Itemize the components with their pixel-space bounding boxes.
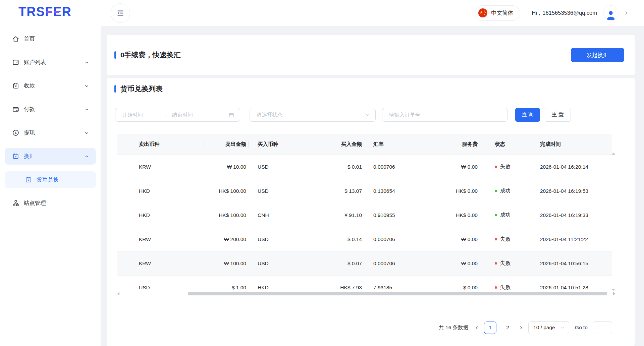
table-row[interactable]: KRW ₩ 200.00 USD $ 0.14 0.000706 ₩ 0.00 … <box>117 227 612 251</box>
sidebar: 首页 账户列表 ¥ 收款 付款 <box>0 26 101 346</box>
cell-buy-amount: $ 0.01 <box>292 155 364 179</box>
table-row[interactable]: KRW ₩ 10.00 USD $ 0.01 0.000706 ₩ 0.00 失… <box>117 155 612 179</box>
language-selector[interactable]: ★★★★ 中文简体 <box>475 5 520 21</box>
order-number-input[interactable] <box>389 112 502 118</box>
logo-accent-bar-e <box>54 11 59 13</box>
page-size-select[interactable]: 10 / page <box>528 321 569 334</box>
cell-buy-currency: USD <box>248 251 292 275</box>
col-sell-currency: 卖出币种 <box>117 134 205 155</box>
cell-fee: ₩ 0.00 <box>433 227 480 251</box>
sidebar-item-label: 收款 <box>24 82 84 90</box>
table-row[interactable]: HKD HK$ 100.00 USD $ 13.07 0.130654 HK$ … <box>117 179 612 203</box>
svg-text:¥: ¥ <box>28 179 30 182</box>
scroll-right-arrow[interactable] <box>613 292 615 295</box>
cell-status: 成功 <box>480 203 540 227</box>
user-icon <box>605 10 616 20</box>
page-size-label: 10 / page <box>533 325 555 331</box>
cell-buy-currency: CNH <box>248 203 292 227</box>
chevron-up-icon <box>84 154 89 159</box>
cell-finish-time: 2026-01-04 11:21:22 <box>540 227 612 251</box>
start-date-input[interactable] <box>122 112 162 118</box>
main-content: 0手续费，快速换汇 发起换汇 货币兑换列表 → 请选择状态 <box>101 26 644 346</box>
cell-sell-amount: ₩ 10.00 <box>205 155 248 179</box>
chevron-down-icon <box>365 113 370 117</box>
avatar[interactable] <box>603 5 619 21</box>
sidebar-item-accounts[interactable]: 账户列表 <box>5 54 96 71</box>
cell-sell-currency: KRW <box>117 155 205 179</box>
exchange-table: 卖出币种 卖出金额 买入币种 买入金额 汇率 服务费 状态 完成时间 KRW ₩… <box>117 134 612 296</box>
pagination-next-button[interactable] <box>519 326 523 330</box>
end-date-input[interactable] <box>172 112 212 118</box>
cell-sell-currency: KRW <box>117 227 205 251</box>
sidebar-item-label: 货币兑换 <box>37 176 89 183</box>
svg-text:¥: ¥ <box>15 85 17 88</box>
horizontal-scrollbar-thumb[interactable] <box>188 292 607 295</box>
sidebar-item-withdraw[interactable]: $ 提现 <box>5 124 96 141</box>
currency-exchange-icon: ¥ <box>12 153 19 160</box>
status-dot <box>495 166 497 168</box>
pagination-prev-button[interactable] <box>475 326 479 330</box>
date-range-picker[interactable]: → <box>115 108 240 122</box>
status-select-placeholder: 请选择状态 <box>257 111 283 118</box>
status-dot <box>495 190 497 192</box>
sidebar-item-home[interactable]: 首页 <box>5 31 96 47</box>
cell-buy-currency: USD <box>248 227 292 251</box>
search-button[interactable]: 查 询 <box>515 108 540 122</box>
topbar-right: ★★★★ 中文简体 Hi，1615653536@qq.com <box>475 0 629 26</box>
cell-status: 失败 <box>480 251 540 275</box>
cell-status: 失败 <box>480 155 540 179</box>
scroll-up-arrow[interactable] <box>612 153 615 155</box>
sidebar-item-label: 提现 <box>24 129 84 136</box>
start-exchange-button[interactable]: 发起换汇 <box>571 48 624 62</box>
scroll-left-arrow[interactable] <box>117 292 119 295</box>
status-text: 失败 <box>500 284 511 291</box>
app-logo[interactable]: TRSFER <box>18 4 71 20</box>
horizontal-scrollbar[interactable] <box>117 291 615 296</box>
cell-finish-time: 2026-01-04 16:19:33 <box>540 203 612 227</box>
sidebar-collapse-button[interactable] <box>111 3 130 23</box>
cell-finish-time: 2026-01-04 16:19:53 <box>540 179 612 203</box>
pagination-page-2[interactable]: 2 <box>501 322 514 334</box>
accent-bar <box>114 85 116 93</box>
list-title: 货币兑换列表 <box>114 84 163 94</box>
cell-buy-currency: USD <box>248 179 292 203</box>
pagination-page-1[interactable]: 1 <box>484 322 496 334</box>
reset-button[interactable]: 重 置 <box>545 108 571 122</box>
status-dot <box>495 286 497 289</box>
status-text: 失败 <box>500 260 511 267</box>
cell-rate: 0.000706 <box>364 251 433 275</box>
currency-exchange-icon: ¥ <box>25 176 32 183</box>
goto-page-field <box>593 321 612 334</box>
pagination: 共 16 条数据 1 2 10 / page Go to <box>439 321 612 334</box>
status-dot <box>495 262 497 265</box>
sidebar-item-label: 付款 <box>24 106 84 113</box>
table-row[interactable]: KRW ₩ 100.00 USD $ 0.07 0.000706 ₩ 0.00 … <box>117 251 612 276</box>
vertical-scrollbar[interactable] <box>611 153 615 291</box>
table-row[interactable]: HKD HK$ 100.00 CNH ¥ 91.10 0.910955 HK$ … <box>117 203 612 227</box>
sidebar-item-site-management[interactable]: 站点管理 <box>5 195 96 212</box>
cell-fee: ₩ 0.00 <box>433 155 480 179</box>
dollar-circle-icon: $ <box>12 129 19 136</box>
banner-title-text: 0手续费，快速换汇 <box>120 50 181 60</box>
cell-status: 失败 <box>480 227 540 251</box>
account-list-icon <box>12 59 19 66</box>
cell-fee: HK$ 0.00 <box>433 203 480 227</box>
sidebar-item-receive[interactable]: ¥ 收款 <box>5 77 96 94</box>
sidebar-item-label: 站点管理 <box>24 199 89 207</box>
cell-sell-amount: HK$ 100.00 <box>205 203 248 227</box>
cell-sell-amount: ₩ 100.00 <box>205 251 248 275</box>
status-select[interactable]: 请选择状态 <box>250 108 376 122</box>
sitemap-icon <box>12 199 19 207</box>
scroll-down-arrow[interactable] <box>612 289 615 291</box>
cell-rate: 0.000706 <box>364 155 433 179</box>
cell-buy-amount: $ 13.07 <box>292 179 364 203</box>
col-sell-amount: 卖出金额 <box>205 134 248 155</box>
home-icon <box>12 35 19 43</box>
sidebar-item-exchange[interactable]: ¥ 换汇 <box>5 148 96 165</box>
sidebar-item-currency-exchange[interactable]: ¥ 货币兑换 <box>5 171 96 188</box>
chevron-down-icon <box>84 107 89 112</box>
sidebar-item-pay[interactable]: 付款 <box>5 101 96 118</box>
cell-fee: HK$ 0.00 <box>433 179 480 203</box>
chevron-right-icon[interactable] <box>624 11 629 15</box>
goto-page-input[interactable] <box>593 322 612 334</box>
